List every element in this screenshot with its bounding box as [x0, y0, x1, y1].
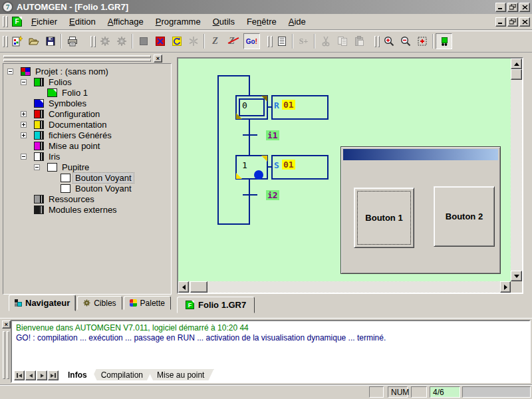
restore-button[interactable] — [507, 3, 518, 12]
minimize-button[interactable] — [495, 3, 506, 12]
vertical-scrollbar[interactable] — [511, 59, 522, 281]
log-grip[interactable] — [3, 331, 5, 379]
tree-item-symboles[interactable]: Symboles — [3, 98, 171, 108]
tree-item-folios[interactable]: Folios — [3, 76, 171, 87]
tab-navigateur[interactable]: Navigateur — [9, 295, 76, 311]
menu-programme[interactable]: Programme — [150, 15, 207, 28]
log-close-button[interactable]: × — [2, 321, 11, 329]
next-page-button[interactable] — [37, 370, 47, 380]
collapse-icon[interactable] — [21, 154, 27, 160]
tab-cibles[interactable]: Cibles — [77, 296, 122, 310]
go-button[interactable]: Go! — [243, 33, 260, 49]
tree-item-bouton-voyant-1[interactable]: Bouton Voyant — [3, 172, 171, 183]
action-0-operand[interactable]: 01 — [282, 100, 295, 110]
snowflake-freeze-button[interactable] — [185, 33, 201, 49]
pupitre-window[interactable]: Bouton 1 Bouton 2 — [340, 146, 501, 274]
yellow-refresh-button[interactable] — [168, 33, 185, 49]
zoom-in-button[interactable] — [380, 33, 397, 49]
collapse-icon[interactable] — [7, 68, 13, 74]
print-button[interactable] — [64, 33, 80, 49]
open-button[interactable] — [25, 33, 42, 49]
mdi-restore-button[interactable] — [507, 17, 518, 27]
action-1-operand[interactable]: 01 — [282, 160, 295, 170]
pupitre-title-bar[interactable] — [343, 149, 498, 160]
action-1-qualifier[interactable]: S — [274, 160, 279, 170]
menubar-grip[interactable] — [3, 16, 5, 27]
panel-close-button[interactable]: × — [154, 55, 162, 63]
toolbar-grip[interactable] — [3, 36, 5, 47]
gear-compile-2-button[interactable] — [113, 33, 130, 49]
vertical-scroll-thumb[interactable] — [511, 69, 522, 80]
previous-page-button[interactable] — [25, 370, 36, 380]
menu-fichier[interactable]: Fichier — [25, 15, 63, 28]
tree-item-mise-au-point[interactable]: Mise au point — [3, 140, 171, 151]
mdi-close-button[interactable] — [519, 17, 530, 27]
toolbar-grip[interactable] — [374, 36, 376, 47]
menu-affichage[interactable]: Affichage — [102, 15, 150, 28]
new-project-button[interactable] — [9, 33, 25, 49]
save-button[interactable] — [42, 33, 59, 49]
z-step-button[interactable]: Z — [207, 33, 223, 49]
log-tab-infos[interactable]: Infos — [59, 369, 96, 380]
paste-button[interactable] — [350, 33, 367, 49]
expand-icon[interactable] — [21, 122, 27, 128]
collapse-icon[interactable] — [21, 79, 27, 85]
tab-palette[interactable]: Palette — [124, 296, 171, 310]
document-system-icon[interactable]: F — [12, 17, 22, 27]
step-0-number[interactable]: 0 — [242, 100, 247, 110]
toolbar-grip[interactable] — [271, 36, 273, 47]
menubar-grip[interactable] — [6, 16, 8, 27]
bouton-1[interactable]: Bouton 1 — [354, 188, 414, 248]
scroll-up-button[interactable] — [511, 59, 522, 69]
z-crossed-button[interactable]: Z — [223, 33, 240, 49]
zoom-selection-button[interactable] — [414, 33, 430, 49]
grafcet-canvas[interactable]: 0 1 R 01 S 01 i1 i2 Bouton 1 Bouton 2 — [178, 59, 511, 281]
scroll-right-button[interactable] — [500, 281, 511, 293]
menu-fenetre[interactable]: Fenêtre — [241, 15, 283, 28]
toolbar-grip[interactable] — [94, 36, 96, 47]
toolbar-grip[interactable] — [90, 36, 92, 47]
tree-item-projet[interactable]: Projet : (sans nom) — [3, 66, 171, 76]
toolbar-grip[interactable] — [6, 36, 8, 47]
tree-item-documentation[interactable]: Documentation — [3, 119, 171, 130]
transition-1-label[interactable]: i2 — [266, 190, 279, 200]
panel-grip[interactable] — [3, 55, 151, 58]
tab-folio1-gr7[interactable]: F Folio 1.GR7 — [177, 297, 255, 313]
tree-item-configuration[interactable]: Configuration — [3, 108, 171, 119]
tree-item-pupitre[interactable]: Pupitre — [3, 162, 171, 172]
tree-item-fichiers-generes[interactable]: fichiers Générés — [3, 130, 171, 140]
collapse-icon[interactable] — [34, 164, 40, 170]
s-plus-button[interactable]: S+ — [295, 33, 312, 49]
scroll-left-button[interactable] — [178, 281, 189, 293]
transition-0-label[interactable]: i1 — [266, 130, 279, 140]
red-cross-square-button[interactable] — [152, 33, 168, 49]
tree-item-ressources[interactable]: Ressources — [3, 194, 171, 204]
list-button[interactable] — [273, 33, 290, 49]
close-button[interactable] — [519, 3, 530, 12]
cut-button[interactable] — [317, 33, 334, 49]
mdi-minimize-button[interactable] — [495, 17, 506, 27]
menu-edition[interactable]: Edition — [63, 15, 102, 28]
action-0-qualifier[interactable]: R — [274, 100, 279, 110]
horizontal-scroll-thumb[interactable] — [190, 281, 207, 293]
log-tab-compilation[interactable]: Compilation — [92, 369, 152, 380]
log-tab-mise-au-point[interactable]: Mise au point — [148, 369, 213, 380]
bouton-2[interactable]: Bouton 2 — [434, 186, 495, 247]
tree-item-iris[interactable]: Iris — [3, 151, 171, 162]
scrollbar-track[interactable] — [178, 281, 511, 293]
scroll-down-button[interactable] — [511, 271, 522, 281]
green-cube-run-button[interactable] — [436, 33, 452, 49]
menu-aide[interactable]: Aide — [283, 15, 312, 28]
tree-item-modules-externes[interactable]: Modules externes — [3, 204, 171, 215]
first-page-button[interactable] — [14, 370, 25, 380]
tree-item-folio1[interactable]: Folio 1 — [3, 87, 171, 98]
log-grip[interactable] — [7, 331, 9, 379]
horizontal-scrollbar[interactable] — [178, 281, 511, 293]
expand-icon[interactable] — [21, 132, 27, 138]
expand-icon[interactable] — [21, 111, 27, 117]
tree-item-bouton-voyant-2[interactable]: Bouton Voyant — [3, 183, 171, 194]
gear-compile-1-button[interactable] — [96, 33, 113, 49]
toolbar-grip[interactable] — [378, 36, 380, 47]
toolbar-grip[interactable] — [267, 36, 269, 47]
last-page-button[interactable] — [48, 370, 59, 380]
